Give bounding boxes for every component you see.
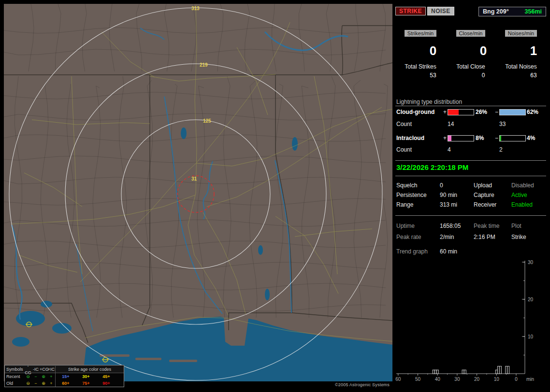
range-label: Range (396, 201, 413, 208)
app-window: 313 219 125 31 Symbols -CG -IC +CG (0, 0, 550, 392)
peak-time-label: Peak time (474, 223, 499, 229)
svg-text:30: 30 (454, 377, 460, 382)
intracloud-label: Intracloud (396, 135, 424, 141)
pos-ic-old-icon: + (47, 380, 55, 387)
squelch-label: Squelch (396, 182, 417, 189)
legend-old-label: Old (5, 380, 24, 387)
total-strikes-label: Total Strikes (395, 63, 446, 70)
cloud-ground-label: Cloud-ground (396, 109, 434, 115)
strikes-per-min-badge: Strikes/min (405, 30, 436, 37)
peak-rate-label: Peak rate (396, 234, 421, 240)
copyright-text: ©2005 Astrogenic Systems (335, 382, 390, 387)
age-75: 75+ (76, 380, 96, 387)
totals-label-row: Total Strikes Total Close Total Noises (395, 63, 546, 70)
indicator-row: STRIKE NOISE Bng 209° 356mi (395, 7, 546, 17)
legend-header-row: Symbols -CG -IC +CG +IC Strike age color… (5, 365, 124, 373)
separator (395, 106, 546, 106)
ic-minus-bar (499, 135, 526, 141)
age-15: 15+ (56, 373, 76, 380)
upload-status: Disabled (511, 182, 534, 189)
age-45: 45+ (96, 373, 116, 380)
bearing-label: Bng 209° (483, 8, 509, 15)
total-close-label: Total Close (446, 63, 496, 70)
trend-graph-label: Trend graph (396, 248, 428, 255)
neg-cg-old-icon: ⊖ (24, 380, 32, 387)
peak-time-value: 2:16 PM (474, 234, 495, 240)
count-label: Count (396, 146, 412, 153)
noises-per-min-value: 1 (508, 43, 550, 58)
neg-cg-recent-icon: ⊖ (24, 373, 32, 380)
capture-status: Active (511, 192, 527, 198)
range-ring-label-313: 313 (191, 6, 200, 11)
range-ring-label-219: 219 (200, 62, 208, 68)
uptime-label: Uptime (396, 223, 415, 229)
pos-cg-recent-icon: ⊕ (40, 373, 47, 380)
svg-text:30: 30 (528, 260, 534, 265)
totals-value-row: 53 0 63 (395, 72, 546, 79)
legend-col-pos-ic: +IC (47, 366, 55, 373)
ic-plus-count: 4 (448, 146, 451, 153)
bearing-box: Bng 209° 356mi (478, 7, 546, 16)
receiver-status: Enabled (511, 201, 533, 208)
cg-plus-pct: 26% (476, 109, 487, 115)
capture-label: Capture (474, 192, 494, 198)
separator (395, 160, 546, 161)
bearing-distance: 356mi (525, 8, 542, 15)
separator (395, 176, 546, 176)
cg-minus-pct: 62% (527, 109, 538, 115)
trend-ticks-and-bars: 3020106050403020100min (395, 260, 534, 382)
cloud-ground-count-row: Count 14 33 (395, 121, 546, 127)
separator (395, 215, 546, 216)
intracloud-row: Intracloud + 8% − 4% (395, 135, 546, 141)
squelch-value: 0 (440, 182, 443, 189)
noise-indicator[interactable]: NOISE (427, 7, 454, 15)
strikes-per-min-value: 0 (408, 43, 458, 58)
settings-row-range: Range 313 mi Receiver Enabled (395, 201, 546, 208)
persistence-label: Persistence (396, 192, 427, 198)
trend-label-row: Trend graph 60 min (395, 248, 546, 255)
svg-text:60: 60 (395, 377, 401, 382)
rate-value-row: 0 0 1 (395, 43, 546, 58)
age-30: 30+ (76, 373, 96, 380)
count-label: Count (396, 121, 412, 127)
plot-value: Strike (511, 234, 526, 240)
plot-label: Plot (511, 223, 521, 229)
range-ring-label-125: 125 (203, 118, 211, 124)
total-strikes-value: 53 (408, 72, 458, 79)
pos-ic-recent-icon: + (47, 373, 55, 380)
minus-sign: − (495, 135, 498, 141)
uptime-value: 1658:05 (440, 223, 461, 229)
settings-row-persistence: Persistence 90 min Capture Active (395, 192, 546, 198)
peak-rate-value: 2/min (440, 234, 454, 240)
strike-indicator[interactable]: STRIKE (395, 7, 426, 15)
status-panel: STRIKE NOISE Bng 209° 356mi Strikes/min … (395, 4, 546, 388)
svg-text:20: 20 (528, 297, 534, 302)
svg-text:min: min (526, 377, 534, 382)
stats-row-2: Peak rate 2/min 2:16 PM Strike (395, 234, 546, 240)
svg-text:0: 0 (515, 377, 518, 382)
persistence-value: 90 min (440, 192, 457, 198)
legend-recent-row: Recent ⊖ − ⊕ + 15+ 30+ 45+ (5, 373, 124, 380)
ic-minus-count: 2 (499, 146, 503, 153)
cg-plus-bar (448, 109, 474, 115)
cloud-ground-row: Cloud-ground + 26% − 62% (395, 109, 546, 115)
legend-col-neg-ic: -IC (32, 366, 40, 373)
trend-window-value: 60 min (440, 248, 457, 255)
ic-minus-pct: 4% (527, 135, 535, 141)
receiver-label: Receiver (474, 201, 496, 208)
total-noises-label: Total Noises (496, 63, 546, 70)
map-legend: Symbols -CG -IC +CG +IC Strike age color… (4, 365, 124, 387)
plus-sign: + (443, 109, 447, 115)
ic-plus-bar (448, 135, 474, 141)
plus-sign: + (443, 135, 447, 141)
lightning-map[interactable]: 313 219 125 31 Symbols -CG -IC +CG (4, 4, 392, 388)
trend-graph: 3020106050403020100min (395, 255, 546, 388)
range-value: 313 mi (440, 201, 457, 208)
svg-text:20: 20 (474, 377, 480, 382)
age-60: 60+ (56, 380, 76, 387)
cg-minus-bar (499, 109, 526, 115)
neg-ic-old-icon: − (32, 380, 40, 387)
total-close-value: 0 (458, 72, 508, 79)
total-noises-value: 63 (508, 72, 550, 79)
svg-text:50: 50 (415, 377, 421, 382)
